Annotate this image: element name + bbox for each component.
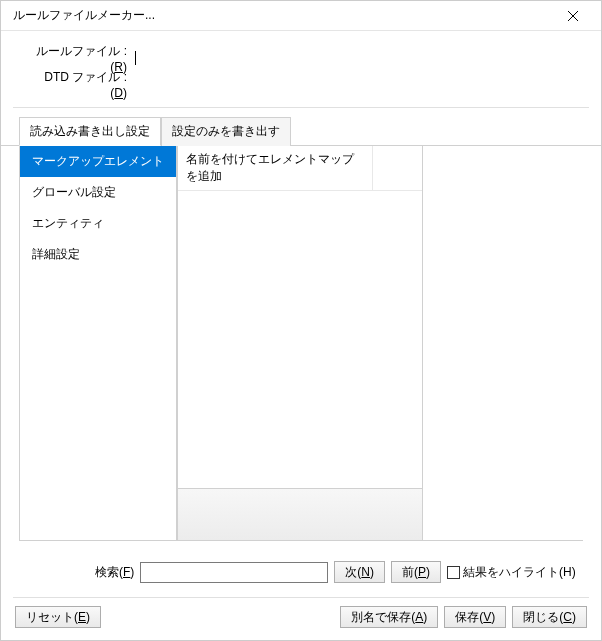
content-area: マークアップエレメント グローバル設定 エンティティ 詳細設定 名前を付けてエレ… [1,146,601,541]
rule-file-cursor [135,51,136,65]
list-area[interactable]: 名前を付けてエレメントマップを追加 [177,146,422,488]
window: ルールファイルメーカー... ルールファイル :(R) DTD ファイル :(D… [0,0,602,641]
dtd-file-row: DTD ファイル :(D) [35,71,581,97]
tab-export-only[interactable]: 設定のみを書き出す [161,117,291,146]
sidebar-item-global[interactable]: グローバル設定 [20,177,176,208]
right-spacer [423,146,583,541]
list-header: 名前を付けてエレメントマップを追加 [178,146,422,191]
dtd-file-label: DTD ファイル :(D) [35,69,127,100]
close-icon[interactable] [553,2,593,30]
reset-button[interactable]: リセット(E) [15,606,101,628]
list-header-name[interactable]: 名前を付けてエレメントマップを追加 [178,146,373,190]
tab-read-write[interactable]: 読み込み書き出し設定 [19,117,161,146]
file-section: ルールファイル :(R) DTD ファイル :(D) [1,31,601,107]
titlebar: ルールファイルメーカー... [1,1,601,31]
bottom-row: リセット(E) 別名で保存(A) 保存(V) 閉じる(C) [1,598,601,640]
button-pane [177,488,422,540]
window-title: ルールファイルメーカー... [9,7,553,24]
list-header-blank[interactable] [373,146,422,190]
highlight-checkbox-wrap[interactable]: 結果をハイライト(H) [447,564,576,581]
highlight-checkbox[interactable] [447,566,460,579]
sidebar: マークアップエレメント グローバル設定 エンティティ 詳細設定 [19,146,177,541]
save-as-button[interactable]: 別名で保存(A) [340,606,438,628]
divider [13,107,589,108]
next-button[interactable]: 次(N) [334,561,385,583]
sidebar-item-advanced[interactable]: 詳細設定 [20,239,176,270]
close-button[interactable]: 閉じる(C) [512,606,587,628]
prev-button[interactable]: 前(P) [391,561,441,583]
search-row: 検索(F) 次(N) 前(P) 結果をハイライト(H) [1,541,601,593]
rule-file-row: ルールファイル :(R) [35,45,581,71]
highlight-label: 結果をハイライト(H) [463,564,576,581]
search-input[interactable] [140,562,328,583]
sidebar-item-markup[interactable]: マークアップエレメント [20,146,176,177]
save-button[interactable]: 保存(V) [444,606,506,628]
sidebar-item-entity[interactable]: エンティティ [20,208,176,239]
search-label: 検索(F) [95,564,134,581]
main-panel: 名前を付けてエレメントマップを追加 [177,146,423,541]
tab-bar: 読み込み書き出し設定 設定のみを書き出す [1,116,601,146]
